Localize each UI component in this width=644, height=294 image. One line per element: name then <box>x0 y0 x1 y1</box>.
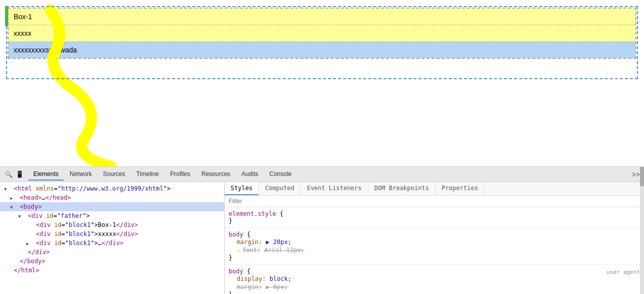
styles-subtabs: Styles Computed Event Listeners DOM Brea… <box>225 182 644 196</box>
box-item-2: xxxxx <box>9 25 635 42</box>
dom-line-block1-1[interactable]: ▶ <div id="block1">Box-1</div> <box>0 220 224 229</box>
dom-line-body-close[interactable]: ▶ </body> <box>0 257 224 266</box>
dom-line-div-close[interactable]: ▶ </div> <box>0 248 224 257</box>
tab-network[interactable]: Network <box>65 168 97 181</box>
tab-resources[interactable]: Resources <box>196 168 235 181</box>
tab-audits[interactable]: Audits <box>236 168 263 181</box>
green-handle <box>5 6 8 26</box>
box-container: Box-1 xxxxx xxxxxxxxxsssdwada <box>8 8 636 59</box>
scrollbar[interactable] <box>640 166 644 294</box>
tab-profiles[interactable]: Profiles <box>165 168 195 181</box>
css-rule-element-style: element.style { } <box>225 207 644 228</box>
box-item-3: xxxxxxxxxsssdwada <box>9 42 635 58</box>
tab-elements[interactable]: Elements <box>28 168 64 181</box>
dom-panel: <html xmlns="http://www.w3.org/1999/xhtm… <box>0 182 225 294</box>
devtools-body: <html xmlns="http://www.w3.org/1999/xhtm… <box>0 182 644 294</box>
dom-line-body[interactable]: <body> <box>0 202 224 211</box>
scrollbar-thumb[interactable] <box>640 166 644 187</box>
user-agent-label: user agent <box>607 269 640 275</box>
subtab-properties[interactable]: Properties <box>436 182 485 195</box>
subtab-styles[interactable]: Styles <box>225 182 259 195</box>
css-rule-body-2: body { user agent display: block; margin… <box>225 265 644 294</box>
device-icon[interactable]: 📱 <box>15 170 24 179</box>
dom-line-html[interactable]: <html xmlns="http://www.w3.org/1999/xhtm… <box>0 184 224 193</box>
devtools-panel: 🔍 📱 Elements Network Sources Timeline Pr… <box>0 166 644 294</box>
dom-line-block1-3[interactable]: <div id="block1">…</div> <box>0 239 224 248</box>
filter-bar <box>225 196 644 207</box>
tab-sources[interactable]: Sources <box>98 168 130 181</box>
search-icon[interactable]: 🔍 <box>4 170 13 179</box>
dom-line-html-close[interactable]: ▶ </html> <box>0 266 224 275</box>
styles-panel: Styles Computed Event Listeners DOM Brea… <box>225 182 644 294</box>
tab-timeline[interactable]: Timeline <box>131 168 164 181</box>
subtab-event-listeners[interactable]: Event Listeners <box>301 182 368 195</box>
devtools-toolbar: 🔍 📱 Elements Network Sources Timeline Pr… <box>0 167 644 182</box>
subtab-computed[interactable]: Computed <box>259 182 301 195</box>
dom-line-block1-2[interactable]: ▶ <div id="block1">xxxxx</div> <box>0 229 224 239</box>
tab-console[interactable]: Console <box>264 168 297 181</box>
preview-area: Box-1 xxxxx xxxxxxxxxsssdwada <box>0 0 644 166</box>
expand-icon[interactable]: >> <box>632 170 640 179</box>
box-item-1: Box-1 <box>9 9 635 25</box>
dom-line-father[interactable]: <div id="father"> <box>0 211 224 220</box>
css-rule-body-1: body { margin: ▶ 20px; ⚠font: Arial 12px… <box>225 228 644 265</box>
subtab-dom-breakpoints[interactable]: DOM Breakpoints <box>368 182 436 195</box>
devtools-tabs: Elements Network Sources Timeline Profil… <box>28 168 297 181</box>
filter-input[interactable] <box>229 198 640 205</box>
dom-line-head[interactable]: <head>…</head> <box>0 193 224 202</box>
